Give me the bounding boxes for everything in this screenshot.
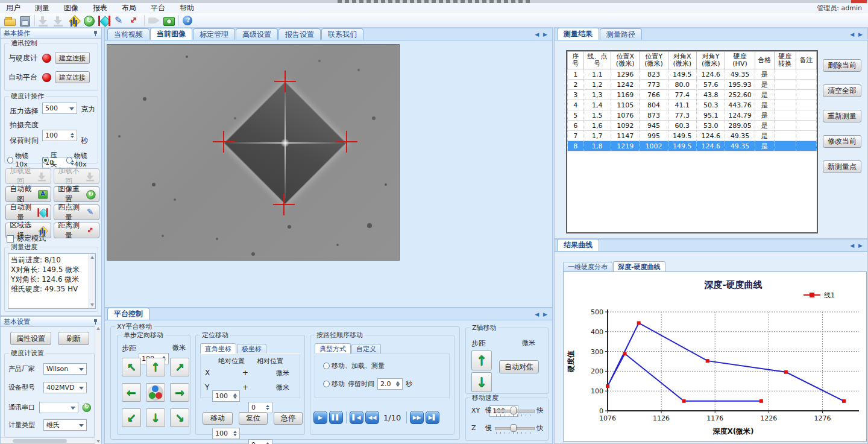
playback-first-button[interactable]: ▌◀ <box>350 411 363 424</box>
action-button-自动截图[interactable]: 自动截图 <box>5 186 51 202</box>
column-header[interactable]: 位置X (微米) <box>611 52 639 69</box>
tab-platform-control[interactable]: 平台控制 <box>107 308 149 320</box>
column-header[interactable]: 硬度 转换 <box>774 52 796 69</box>
reset-position-button[interactable]: 复位 <box>239 412 268 425</box>
table-row[interactable]: 21,2124277380.057.6195.93是 <box>568 80 817 90</box>
action-button-距离测量[interactable]: 距离测量 <box>54 223 99 238</box>
move-up-right-button[interactable]: ↗ <box>170 358 189 376</box>
progress-textbox[interactable]: 当前进度: 8/10X对角长: 149.5 微米Y对角长: 124.6 微米维氏… <box>8 253 96 309</box>
radio-move-load-measure[interactable]: 移动、加载、测量 <box>323 361 385 370</box>
column-header[interactable]: 对角Y (微米) <box>697 52 725 69</box>
image-reset-icon[interactable] <box>82 14 97 27</box>
dwell-time-spinner[interactable]: 2.0 <box>377 378 403 390</box>
column-header[interactable]: 序 号 <box>568 52 584 69</box>
region-select-icon[interactable] <box>67 14 82 27</box>
column-header[interactable]: 合格 <box>755 52 774 69</box>
results-button-清空全部[interactable]: 清空全部 <box>823 84 861 97</box>
z-down-button[interactable]: ↓ <box>471 372 492 392</box>
move-down-right-button[interactable]: ↘ <box>170 408 189 427</box>
menu-item-报表[interactable]: 报表 <box>93 3 107 13</box>
speed-slider-XY[interactable] <box>495 407 533 415</box>
results-nav-arrows[interactable]: ◀ ▶ <box>850 31 864 37</box>
pin-icon[interactable] <box>93 30 98 37</box>
tab-polar[interactable]: 极坐标 <box>237 344 266 354</box>
auto-measure-icon[interactable] <box>97 14 112 27</box>
tab-result-curve[interactable]: 结果曲线 <box>557 239 599 251</box>
setting-select-通讯串口[interactable] <box>39 402 78 413</box>
emergency-stop-button[interactable]: 急停 <box>274 412 303 425</box>
playback-play-button[interactable]: ▶ <box>313 411 327 424</box>
menu-item-图像[interactable]: 图像 <box>64 3 78 13</box>
settings-vscrollbar[interactable] <box>95 325 101 444</box>
tab-当前视频[interactable]: 当前视频 <box>107 28 149 40</box>
menu-item-帮助[interactable]: 帮助 <box>180 3 194 13</box>
move-up-button[interactable]: ↑ <box>146 358 165 376</box>
menu-item-用户[interactable]: 用户 <box>6 3 20 13</box>
tab-测量路径[interactable]: 测量路径 <box>600 28 642 40</box>
playback-prev-button[interactable]: ◀◀ <box>365 411 379 424</box>
four-point-measure-icon[interactable] <box>112 14 127 27</box>
column-header[interactable]: 硬度 (HV) <box>725 52 755 69</box>
radio-move-dwell[interactable]: 移动 <box>323 379 345 388</box>
xy-center-button[interactable] <box>146 383 165 402</box>
calibration-mode-checkbox[interactable]: 标定模式 <box>7 233 46 244</box>
move-button[interactable]: 移动 <box>203 412 233 425</box>
table-row[interactable]: 31,3116976677.443.8252.60是 <box>568 90 817 100</box>
move-up-left-button[interactable]: ↖ <box>122 358 141 376</box>
table-row[interactable]: 81,812191002149.5124.649.35是 <box>568 141 817 151</box>
distance-measure-icon[interactable] <box>127 14 142 27</box>
action-button-自动测量[interactable]: 自动测量 <box>5 205 51 220</box>
refresh-button[interactable]: 刷新 <box>58 332 89 345</box>
table-row[interactable]: 41,4110580441.150.3443.76是 <box>568 100 817 110</box>
menu-item-布局[interactable]: 布局 <box>122 3 136 13</box>
pin-icon[interactable] <box>93 319 98 325</box>
serial-refresh-icon[interactable] <box>81 402 91 413</box>
y-abs-spinner[interactable]: 100 <box>212 428 240 439</box>
setting-select-设备型号[interactable]: 402MVD <box>43 382 87 393</box>
action-button-图像重置[interactable]: 图像重置 <box>54 186 99 202</box>
connect-button[interactable]: 建立连接 <box>55 52 90 64</box>
tab-当前图像[interactable]: 当前图像 <box>150 28 192 40</box>
action-button-四点测量[interactable]: 四点测量 <box>54 205 99 220</box>
table-row[interactable]: 51,5107687377.395.1124.79是 <box>568 110 817 121</box>
platform-nav-arrows[interactable]: ◀ ▶ <box>535 311 549 317</box>
column-header[interactable]: 对角X (微米) <box>668 52 696 69</box>
tab-标定管理[interactable]: 标定管理 <box>193 28 235 40</box>
open-file-icon[interactable] <box>2 14 17 27</box>
menu-item-测量[interactable]: 测量 <box>35 3 49 13</box>
tab-报告设置[interactable]: 报告设置 <box>278 28 321 40</box>
property-settings-button[interactable]: 属性设置 <box>10 332 51 345</box>
save-icon[interactable] <box>17 14 33 27</box>
brightness-spinner[interactable]: 100 <box>42 130 77 141</box>
tab-depth-hardness[interactable]: 深度-硬度曲线 <box>613 261 665 271</box>
autofocus-button[interactable]: 自动对焦 <box>499 360 539 373</box>
results-button-修改当前[interactable]: 修改当前 <box>823 135 861 148</box>
z-up-button[interactable]: ↑ <box>471 350 492 370</box>
table-row[interactable]: 61,6109294560.353.0289.05是 <box>568 121 817 131</box>
progress-scrollbar[interactable] <box>89 254 95 308</box>
x-abs-spinner[interactable]: 100 <box>212 390 240 402</box>
help-icon[interactable] <box>181 14 196 27</box>
tab-联系我们[interactable]: 联系我们 <box>321 28 363 40</box>
tab-1d-hardness[interactable]: 一维硬度分布 <box>563 262 612 271</box>
results-button-删除当前[interactable]: 删除当前 <box>823 59 861 72</box>
column-header[interactable]: 位置Y (微米) <box>640 52 668 69</box>
speed-slider-Z[interactable] <box>495 424 533 433</box>
move-right-button[interactable]: → <box>170 383 189 402</box>
tab-高级设置[interactable]: 高级设置 <box>236 28 278 40</box>
move-left-button[interactable]: ← <box>122 383 141 402</box>
playback-pause-button[interactable]: ▌▌ <box>329 411 343 424</box>
results-button-重新测量[interactable]: 重新测量 <box>823 110 861 122</box>
tab-typical-mode[interactable]: 典型方式 <box>315 343 351 354</box>
tabstrip-nav-arrows[interactable]: ◀ ▶ <box>535 31 549 37</box>
table-row[interactable]: 71,71147995149.5124.649.35是 <box>568 131 817 141</box>
move-down-left-button[interactable]: ↙ <box>122 408 141 427</box>
results-table[interactable]: 序 号线、点 号位置X (微米)位置Y (微米)对角X (微米)对角Y (微米)… <box>567 51 817 151</box>
playback-next-button[interactable]: ▶▶ <box>410 411 424 424</box>
move-down-button[interactable]: ↓ <box>146 408 165 427</box>
tab-测量结果[interactable]: 测量结果 <box>557 28 599 40</box>
camera-capture-icon[interactable] <box>162 14 177 27</box>
results-button-新测量点[interactable]: 新测量点 <box>823 160 861 173</box>
microscope-image[interactable] <box>107 44 400 261</box>
column-header[interactable]: 备注 <box>796 52 816 69</box>
